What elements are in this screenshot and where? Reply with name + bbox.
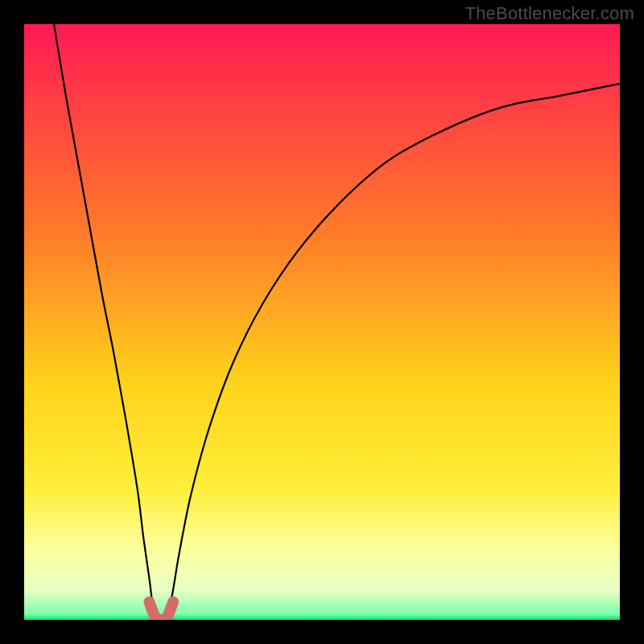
curve-bottom-accent [149, 602, 173, 620]
plot-area [24, 24, 620, 620]
chart-container: { "watermark": "TheBottlenecker.com", "c… [0, 0, 644, 644]
watermark-text: TheBottlenecker.com [465, 3, 634, 24]
curves-layer [24, 24, 620, 620]
curve-right [167, 84, 620, 620]
curve-left [54, 24, 155, 620]
